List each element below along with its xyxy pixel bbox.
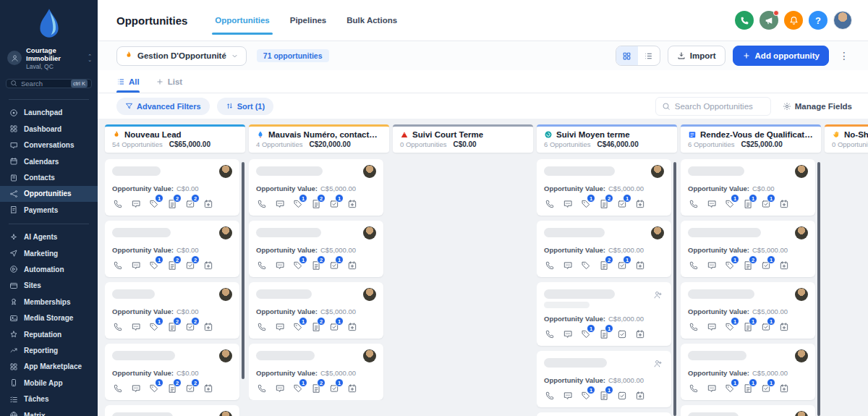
import-button[interactable]: Import [668,46,726,66]
message-icon[interactable] [706,321,717,332]
user-avatar[interactable] [833,11,852,30]
call-icon[interactable] [256,321,267,332]
tag-icon[interactable]: 1 [148,198,159,209]
calendar-plus-icon[interactable] [346,260,357,271]
note-icon[interactable]: 2 [166,383,177,394]
calendar-plus-icon[interactable] [778,260,789,271]
task-icon[interactable]: 1 [760,321,771,332]
message-icon[interactable] [562,198,573,209]
call-icon[interactable] [688,260,699,271]
task-icon[interactable]: 1 [760,198,771,209]
sidebar-item-ai-agents[interactable]: AI Agents [0,229,98,245]
contact-avatar[interactable] [795,226,808,239]
note-icon[interactable]: 2 [310,321,321,332]
opportunity-card[interactable]: Opportunity Value:C$0.00 122 [105,282,239,339]
opportunity-card[interactable]: Opportunity Value:C$8,000.00 11 [537,282,671,346]
opportunity-card[interactable]: Opportunity Value:C$0.00 122 [105,221,239,277]
message-icon[interactable] [274,260,285,271]
calendar-plus-icon[interactable] [634,328,645,339]
message-icon[interactable] [706,260,717,271]
call-icon[interactable] [688,383,699,394]
column-header[interactable]: Suivi Court Terme 0 Opportunities C$0.00 [393,124,533,153]
message-icon[interactable] [706,383,717,394]
sidebar-item-calendars[interactable]: Calendars [0,153,98,169]
sidebar-item-memberships[interactable]: Memberships [0,294,98,310]
task-icon[interactable]: 2 [184,260,195,271]
tag-icon[interactable]: 1 [724,321,735,332]
tab-pipelines[interactable]: Pipelines [290,0,327,41]
task-icon[interactable]: 2 [184,383,195,394]
bell-icon[interactable] [784,11,803,30]
tab-opportunities[interactable]: Opportunities [215,0,269,41]
tag-icon[interactable]: 1 [148,383,159,394]
opportunity-card[interactable]: Opportunity Value:C$5,000.00 121 [681,221,815,277]
task-icon[interactable]: 1 [760,383,771,394]
sidebar-item-taches[interactable]: Tâches [0,391,98,407]
column-header[interactable]: Mauvais Numéro, contacté p... 4 Opportun… [249,124,389,153]
sidebar-item-opportunities[interactable]: Opportunities [0,186,98,202]
sidebar-item-payments[interactable]: Payments [0,202,98,218]
tag-icon[interactable]: 1 [724,260,735,271]
call-icon[interactable] [256,198,267,209]
assign-user-icon[interactable] [651,357,664,370]
note-icon[interactable]: 1 [742,383,753,394]
task-icon[interactable]: 2 [184,321,195,332]
tag-icon[interactable]: 1 [580,198,591,209]
opportunity-card[interactable]: Opportunity Value:C$5,000.00 121 [249,221,383,277]
contact-avatar[interactable] [363,165,376,178]
opportunity-card[interactable]: Opportunity Value:C$5,000.00 12 [681,405,815,416]
note-icon[interactable]: 2 [310,198,321,209]
note-icon[interactable]: 1 [598,328,609,339]
tag-icon[interactable]: 1 [292,260,303,271]
opportunity-card[interactable]: Opportunity Value:C$5,000.00 121 [537,159,671,216]
contact-avatar[interactable] [363,226,376,239]
sidebar-item-contacts[interactable]: Contacts [0,169,98,185]
announcements-icon[interactable] [760,11,778,30]
note-icon[interactable]: 2 [310,383,321,394]
sidebar-item-dashboard[interactable]: Dashboard [0,121,98,137]
tag-icon[interactable]: 1 [148,321,159,332]
phone-icon[interactable] [735,11,754,30]
call-icon[interactable] [688,198,699,209]
message-icon[interactable] [130,321,141,332]
contact-avatar[interactable] [363,349,376,362]
opportunity-card[interactable]: Opportunity Value:C$5,000.00 121 [249,159,383,216]
tag-icon[interactable]: 1 [148,260,159,271]
calendar-plus-icon[interactable] [778,198,789,209]
tag-icon[interactable]: 1 [292,321,303,332]
company-logo[interactable] [0,0,98,43]
sidebar-item-marketing[interactable]: Marketing [0,245,98,261]
tag-icon[interactable]: 1 [724,198,735,209]
add-opportunity-button[interactable]: Add opportunity [733,46,829,66]
calendar-plus-icon[interactable] [634,260,645,271]
sidebar-search-input[interactable]: Search ctrl K [6,79,92,88]
calendar-plus-icon[interactable] [346,198,357,209]
message-icon[interactable] [706,198,717,209]
opportunity-card[interactable]: Opportunity Value:C$5,000.00 121 [249,344,383,400]
calendar-plus-icon[interactable] [634,390,645,401]
contact-avatar[interactable] [651,226,664,239]
opportunity-card[interactable]: Opportunity Value:C$5,000.00 111 [681,282,815,339]
task-icon[interactable]: 1 [328,198,339,209]
calendar-plus-icon[interactable] [203,198,213,209]
note-icon[interactable]: 2 [310,260,321,271]
tag-icon[interactable]: 1 [580,390,591,401]
manage-fields-button[interactable]: Manage Fields [783,102,852,111]
pipeline-select[interactable]: Gestion D'Opportunité [116,46,247,66]
contact-avatar[interactable] [795,349,808,362]
assign-user-icon[interactable] [651,288,664,301]
opportunity-card[interactable]: Opportunity Value:C$0.00 111 [681,159,815,216]
call-icon[interactable] [688,321,699,332]
search-opportunities-input[interactable]: Search Opportunities [655,97,771,116]
calendar-plus-icon[interactable] [346,383,357,394]
column-scrollbar[interactable] [817,162,820,416]
tab-all[interactable]: All [116,70,140,93]
call-icon[interactable] [112,321,123,332]
calendar-plus-icon[interactable] [203,260,213,271]
contact-avatar[interactable] [363,288,376,301]
sidebar-item-reporting[interactable]: Reporting [0,342,98,358]
message-icon[interactable] [130,198,141,209]
column-scrollbar[interactable] [673,162,676,416]
calendar-plus-icon[interactable] [634,198,645,209]
more-options-icon[interactable]: ⋮ [836,50,852,61]
